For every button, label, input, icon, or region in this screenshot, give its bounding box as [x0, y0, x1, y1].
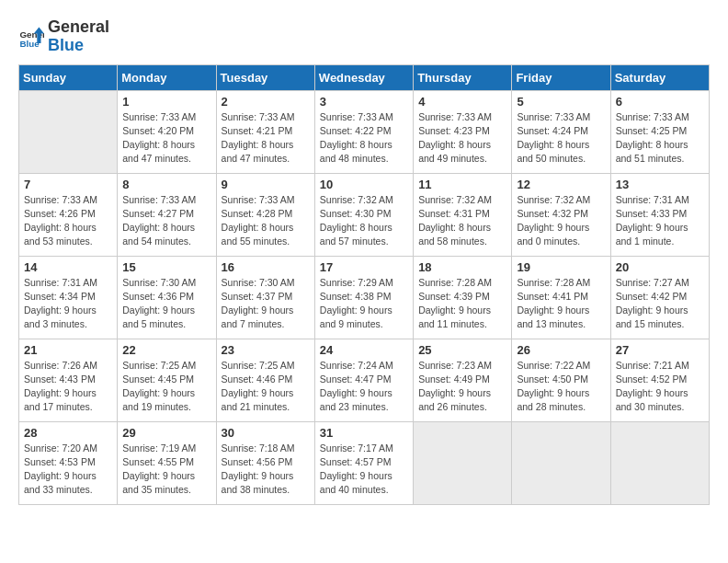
- day-number: 4: [418, 95, 506, 109]
- day-number: 12: [517, 178, 605, 191]
- week-row-4: 21Sunrise: 7:26 AMSunset: 4:43 PMDayligh…: [19, 339, 710, 421]
- day-info: Sunrise: 7:33 AMSunset: 4:27 PMDaylight:…: [122, 193, 210, 249]
- calendar-cell: 10Sunrise: 7:32 AMSunset: 4:30 PMDayligh…: [314, 173, 413, 256]
- calendar-cell: 23Sunrise: 7:25 AMSunset: 4:46 PMDayligh…: [216, 339, 314, 421]
- calendar-cell: 21Sunrise: 7:26 AMSunset: 4:43 PMDayligh…: [19, 339, 118, 421]
- calendar-cell: 14Sunrise: 7:31 AMSunset: 4:34 PMDayligh…: [19, 256, 118, 339]
- header-friday: Friday: [512, 64, 610, 90]
- week-row-3: 14Sunrise: 7:31 AMSunset: 4:34 PMDayligh…: [19, 256, 710, 339]
- day-info: Sunrise: 7:32 AMSunset: 4:30 PMDaylight:…: [320, 193, 408, 249]
- header-monday: Monday: [118, 64, 216, 90]
- day-number: 14: [24, 260, 112, 274]
- day-number: 27: [616, 343, 704, 357]
- day-info: Sunrise: 7:25 AMSunset: 4:46 PMDaylight:…: [222, 359, 310, 415]
- day-number: 1: [122, 95, 210, 109]
- day-info: Sunrise: 7:29 AMSunset: 4:38 PMDaylight:…: [320, 276, 408, 332]
- day-info: Sunrise: 7:30 AMSunset: 4:36 PMDaylight:…: [122, 276, 210, 332]
- day-info: Sunrise: 7:31 AMSunset: 4:34 PMDaylight:…: [24, 276, 112, 332]
- day-number: 24: [320, 343, 408, 357]
- day-info: Sunrise: 7:30 AMSunset: 4:37 PMDaylight:…: [222, 276, 310, 332]
- calendar-cell: 4Sunrise: 7:33 AMSunset: 4:23 PMDaylight…: [414, 90, 512, 173]
- day-number: 31: [320, 426, 408, 440]
- logo-text: General Blue: [48, 18, 109, 55]
- calendar-cell: 29Sunrise: 7:19 AMSunset: 4:55 PMDayligh…: [118, 421, 216, 504]
- day-info: Sunrise: 7:23 AMSunset: 4:49 PMDaylight:…: [418, 359, 506, 415]
- day-info: Sunrise: 7:33 AMSunset: 4:26 PMDaylight:…: [24, 193, 112, 249]
- calendar-cell: 17Sunrise: 7:29 AMSunset: 4:38 PMDayligh…: [314, 256, 413, 339]
- logo-icon: General Blue: [18, 24, 44, 50]
- day-info: Sunrise: 7:25 AMSunset: 4:45 PMDaylight:…: [122, 359, 210, 415]
- day-info: Sunrise: 7:19 AMSunset: 4:55 PMDaylight:…: [122, 442, 210, 498]
- calendar-cell: [610, 421, 709, 504]
- day-info: Sunrise: 7:27 AMSunset: 4:42 PMDaylight:…: [616, 276, 704, 332]
- day-number: 19: [517, 260, 605, 274]
- calendar-cell: 19Sunrise: 7:28 AMSunset: 4:41 PMDayligh…: [512, 256, 610, 339]
- week-row-5: 28Sunrise: 7:20 AMSunset: 4:53 PMDayligh…: [19, 421, 710, 504]
- day-number: 20: [616, 260, 704, 274]
- day-number: 3: [320, 95, 408, 109]
- calendar-cell: 7Sunrise: 7:33 AMSunset: 4:26 PMDaylight…: [19, 173, 118, 256]
- day-number: 28: [24, 426, 112, 440]
- calendar-cell: 18Sunrise: 7:28 AMSunset: 4:39 PMDayligh…: [414, 256, 512, 339]
- calendar-cell: [19, 90, 118, 173]
- day-info: Sunrise: 7:33 AMSunset: 4:23 PMDaylight:…: [418, 110, 506, 167]
- calendar-cell: 28Sunrise: 7:20 AMSunset: 4:53 PMDayligh…: [19, 421, 118, 504]
- header-thursday: Thursday: [414, 64, 512, 90]
- calendar-cell: 3Sunrise: 7:33 AMSunset: 4:22 PMDaylight…: [314, 90, 413, 173]
- day-info: Sunrise: 7:33 AMSunset: 4:22 PMDaylight:…: [320, 110, 408, 167]
- header-wednesday: Wednesday: [314, 64, 413, 90]
- day-number: 8: [122, 178, 210, 191]
- day-info: Sunrise: 7:32 AMSunset: 4:31 PMDaylight:…: [418, 193, 506, 249]
- day-number: 6: [616, 95, 704, 109]
- day-number: 11: [418, 178, 506, 191]
- day-info: Sunrise: 7:32 AMSunset: 4:32 PMDaylight:…: [517, 193, 605, 249]
- header-sunday: Sunday: [19, 64, 118, 90]
- calendar-cell: 22Sunrise: 7:25 AMSunset: 4:45 PMDayligh…: [118, 339, 216, 421]
- day-number: 2: [222, 95, 310, 109]
- day-info: Sunrise: 7:24 AMSunset: 4:47 PMDaylight:…: [320, 359, 408, 415]
- day-info: Sunrise: 7:18 AMSunset: 4:56 PMDaylight:…: [222, 442, 310, 498]
- day-info: Sunrise: 7:33 AMSunset: 4:24 PMDaylight:…: [517, 110, 605, 167]
- calendar-cell: 8Sunrise: 7:33 AMSunset: 4:27 PMDaylight…: [118, 173, 216, 256]
- calendar-cell: 2Sunrise: 7:33 AMSunset: 4:21 PMDaylight…: [216, 90, 314, 173]
- day-number: 29: [122, 426, 210, 440]
- header-tuesday: Tuesday: [216, 64, 314, 90]
- day-number: 26: [517, 343, 605, 357]
- calendar-cell: 26Sunrise: 7:22 AMSunset: 4:50 PMDayligh…: [512, 339, 610, 421]
- day-number: 18: [418, 260, 506, 274]
- day-number: 10: [320, 178, 408, 191]
- header-saturday: Saturday: [610, 64, 709, 90]
- calendar-cell: 9Sunrise: 7:33 AMSunset: 4:28 PMDaylight…: [216, 173, 314, 256]
- calendar-cell: 24Sunrise: 7:24 AMSunset: 4:47 PMDayligh…: [314, 339, 413, 421]
- calendar-cell: 13Sunrise: 7:31 AMSunset: 4:33 PMDayligh…: [610, 173, 709, 256]
- calendar-cell: 16Sunrise: 7:30 AMSunset: 4:37 PMDayligh…: [216, 256, 314, 339]
- calendar-cell: 31Sunrise: 7:17 AMSunset: 4:57 PMDayligh…: [314, 421, 413, 504]
- day-number: 9: [222, 178, 310, 191]
- day-number: 17: [320, 260, 408, 274]
- logo: General Blue General Blue: [18, 18, 109, 55]
- day-info: Sunrise: 7:21 AMSunset: 4:52 PMDaylight:…: [616, 359, 704, 415]
- day-info: Sunrise: 7:33 AMSunset: 4:21 PMDaylight:…: [222, 110, 310, 167]
- day-number: 7: [24, 178, 112, 191]
- calendar-cell: 12Sunrise: 7:32 AMSunset: 4:32 PMDayligh…: [512, 173, 610, 256]
- calendar-cell: 11Sunrise: 7:32 AMSunset: 4:31 PMDayligh…: [414, 173, 512, 256]
- day-info: Sunrise: 7:22 AMSunset: 4:50 PMDaylight:…: [517, 359, 605, 415]
- calendar-header-row: SundayMondayTuesdayWednesdayThursdayFrid…: [19, 64, 710, 90]
- calendar-cell: 27Sunrise: 7:21 AMSunset: 4:52 PMDayligh…: [610, 339, 709, 421]
- calendar-cell: 20Sunrise: 7:27 AMSunset: 4:42 PMDayligh…: [610, 256, 709, 339]
- week-row-1: 1Sunrise: 7:33 AMSunset: 4:20 PMDaylight…: [19, 90, 710, 173]
- day-number: 21: [24, 343, 112, 357]
- calendar-cell: 6Sunrise: 7:33 AMSunset: 4:25 PMDaylight…: [610, 90, 709, 173]
- day-info: Sunrise: 7:33 AMSunset: 4:28 PMDaylight:…: [222, 193, 310, 249]
- calendar-cell: 30Sunrise: 7:18 AMSunset: 4:56 PMDayligh…: [216, 421, 314, 504]
- svg-text:Blue: Blue: [19, 39, 40, 49]
- calendar-cell: 25Sunrise: 7:23 AMSunset: 4:49 PMDayligh…: [414, 339, 512, 421]
- day-info: Sunrise: 7:33 AMSunset: 4:25 PMDaylight:…: [616, 110, 704, 167]
- day-info: Sunrise: 7:28 AMSunset: 4:41 PMDaylight:…: [517, 276, 605, 332]
- page-header: General Blue General Blue: [18, 18, 710, 55]
- day-info: Sunrise: 7:28 AMSunset: 4:39 PMDaylight:…: [418, 276, 506, 332]
- day-number: 15: [122, 260, 210, 274]
- day-info: Sunrise: 7:26 AMSunset: 4:43 PMDaylight:…: [24, 359, 112, 415]
- day-info: Sunrise: 7:33 AMSunset: 4:20 PMDaylight:…: [122, 110, 210, 167]
- day-number: 16: [222, 260, 310, 274]
